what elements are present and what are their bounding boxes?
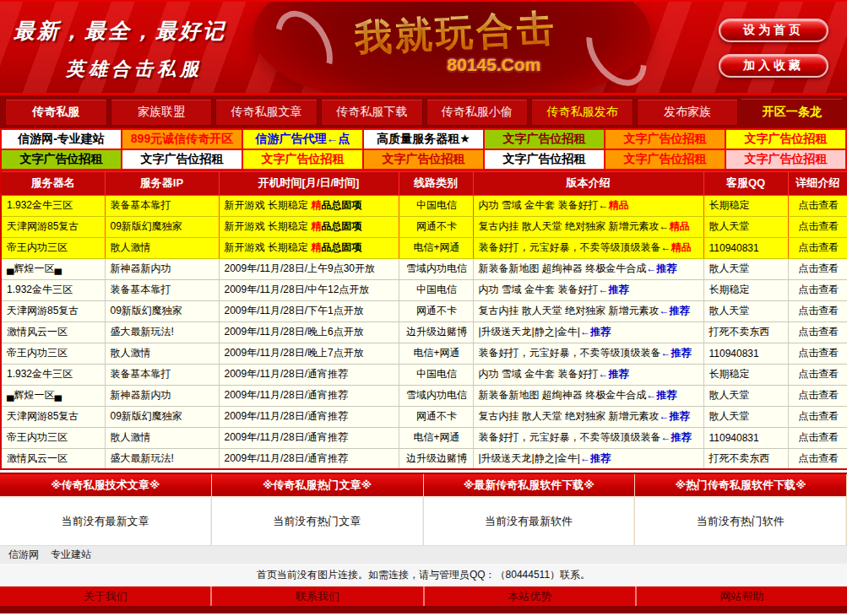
text-ad-link[interactable]: 文字广告位招租 xyxy=(242,149,363,170)
line-type-cell: 边升级边赌博 xyxy=(399,322,473,343)
nav-item[interactable]: 传奇私服发布 xyxy=(531,99,633,126)
detail-link[interactable]: 点击查看 xyxy=(788,258,847,279)
server-name-link[interactable]: 激情风云一区 xyxy=(1,448,105,469)
detail-link[interactable]: 点击查看 xyxy=(788,300,847,322)
banner-buttons: 设为首页 加入收藏 xyxy=(719,19,828,78)
nav-item[interactable]: 传奇私服 xyxy=(5,99,107,126)
bottom-strip xyxy=(0,606,847,613)
intro-badge[interactable]: 推荐 xyxy=(656,389,676,401)
detail-link[interactable]: 点击查看 xyxy=(788,322,847,343)
set-homepage-button[interactable]: 设为首页 xyxy=(719,19,828,42)
intro-badge[interactable]: 推荐 xyxy=(671,431,692,443)
intro-badge[interactable]: 精品 xyxy=(670,220,690,232)
add-favorites-button[interactable]: 加入收藏 xyxy=(719,54,828,78)
nav-item[interactable]: 传奇私服下载 xyxy=(321,99,423,126)
server-name-link[interactable]: 1.932金牛三区 xyxy=(1,364,105,385)
detail-link[interactable]: 点击查看 xyxy=(788,343,847,364)
server-name-link[interactable]: 帝王内功三区 xyxy=(1,237,105,258)
section-title: ※传奇私服热门文章※ xyxy=(212,474,423,498)
text-ad-link[interactable]: 文字广告位招租 xyxy=(725,149,846,170)
nav-item[interactable]: 开区一条龙 xyxy=(741,99,842,126)
footer-link[interactable]: 联系我们 xyxy=(212,586,424,606)
server-name-link[interactable]: 天津网游85复古 xyxy=(1,216,105,237)
detail-link[interactable]: 点击查看 xyxy=(788,279,847,300)
intro-badge[interactable]: 推荐 xyxy=(670,410,690,422)
nav-item[interactable]: 传奇私服小偷 xyxy=(426,99,529,126)
ads-row-2: 文字广告位招租文字广告位招租文字广告位招租文字广告位招租文字广告位招租文字广告位… xyxy=(1,149,846,170)
intro-text: 装备好打，元宝好暴，不卖等级顶级装备 xyxy=(479,347,661,359)
detail-link[interactable]: 点击查看 xyxy=(788,195,847,216)
site-logo: 我就玩合击 80145.Com xyxy=(329,8,583,75)
detail-link[interactable]: 点击查看 xyxy=(788,385,847,406)
server-row: 激情风云一区 盛大最新玩法! 2009年/11月/28日/晚上6点开放 边升级边… xyxy=(1,322,847,343)
arrow-icon: ← xyxy=(660,305,670,316)
footer-link[interactable]: 网站帮助 xyxy=(637,586,847,606)
builder-name-link[interactable]: 信游网 xyxy=(8,548,39,562)
intro-badge[interactable]: 推荐 xyxy=(656,262,676,274)
nav-item[interactable]: 发布家族 xyxy=(637,99,739,126)
server-name-link[interactable]: 1.932金牛三区 xyxy=(1,195,105,216)
server-name-link[interactable]: 激情风云一区 xyxy=(1,322,105,343)
detail-link[interactable]: 点击查看 xyxy=(788,448,847,469)
text-ad-link[interactable]: 文字广告位招租 xyxy=(484,129,605,149)
text-ad-link[interactable]: 文字广告位招租 xyxy=(122,149,242,170)
text-ad-link[interactable]: 文字广告位招租 xyxy=(605,129,725,149)
detail-link[interactable]: 点击查看 xyxy=(788,237,847,258)
open-time-text: 2009年/11月/28日/下午1点开放 xyxy=(225,305,364,316)
intro-badge[interactable]: 推荐 xyxy=(590,326,611,338)
text-ad-link[interactable]: 信游网-专业建站 xyxy=(1,129,122,149)
intro-badge[interactable]: 推荐 xyxy=(609,284,629,295)
footer-link[interactable]: 本站优势 xyxy=(425,586,637,606)
intro-badge[interactable]: 推荐 xyxy=(609,368,629,380)
open-time-text: 新开游戏 长期稳定 xyxy=(225,199,312,211)
server-name-link[interactable]: 天津网游85复古 xyxy=(1,300,105,322)
text-ad-link[interactable]: 文字广告位招租 xyxy=(363,149,484,170)
intro-badge[interactable]: 推荐 xyxy=(670,305,690,316)
text-ad-link[interactable]: 899元诚信传奇开区 xyxy=(122,129,242,149)
line-type-cell: 中国电信 xyxy=(399,364,473,385)
premium-char: 精 xyxy=(311,220,321,232)
server-ip-cell: 新神器新内功 xyxy=(105,258,219,279)
open-time-cell: 新开游戏 长期稳定 精品总固项 xyxy=(219,237,399,258)
intro-text: |升级送天龙|静之|金牛| xyxy=(479,326,580,338)
server-name-link[interactable]: 帝王内功三区 xyxy=(1,427,105,448)
detail-link[interactable]: 点击查看 xyxy=(788,427,847,448)
server-name-link[interactable]: ▄辉煌一区▄ xyxy=(1,385,105,406)
nav-item-label: 家族联盟 xyxy=(138,105,185,120)
intro-badge[interactable]: 推荐 xyxy=(671,347,692,359)
text-ad-link[interactable]: 高质量服务器租★ xyxy=(363,129,484,149)
intro-badge[interactable]: 精品 xyxy=(609,199,629,211)
sticky-label: 品总固项 xyxy=(321,220,361,232)
arrow-icon: ← xyxy=(580,452,590,464)
arrow-icon: ← xyxy=(646,389,656,401)
ads-row-1: 信游网-专业建站899元诚信传奇开区信游广告代理←点高质量服务器租★文字广告位招… xyxy=(1,129,846,149)
detail-link[interactable]: 点击查看 xyxy=(788,406,847,427)
text-ad-link[interactable]: 信游广告代理←点 xyxy=(242,129,363,149)
text-ad-link[interactable]: 文字广告位招租 xyxy=(1,149,122,170)
text-ad-link[interactable]: 文字广告位招租 xyxy=(484,149,605,170)
intro-badge[interactable]: 推荐 xyxy=(590,452,611,464)
text-ads-table: 信游网-专业建站899元诚信传奇开区信游广告代理←点高质量服务器租★文字广告位招… xyxy=(0,128,847,170)
server-row: ▄辉煌一区▄ 新神器新内功 2009年/11月/28日/上午9点30开放 雪域内… xyxy=(1,258,847,279)
detail-link[interactable]: 点击查看 xyxy=(788,216,847,237)
server-name-link[interactable]: 天津网游85复古 xyxy=(1,406,105,427)
col-header-open-time: 开机时间[月/日/时间] xyxy=(219,171,399,195)
nav-item[interactable]: 传奇私服文章 xyxy=(215,99,318,126)
open-time-text: 2009年/11月/28日/晚上7点开放 xyxy=(225,347,364,359)
builder-strip: 信游网 专业建站 xyxy=(0,545,847,564)
server-ip-cell: 盛大最新玩法! xyxy=(105,448,219,469)
footer-link[interactable]: 关于我们 xyxy=(0,586,212,606)
service-qq-cell: 长期稳定 xyxy=(703,279,788,300)
line-type-cell: 网通不卡 xyxy=(399,406,473,427)
server-name-link[interactable]: 1.932金牛三区 xyxy=(1,279,105,300)
server-name-link[interactable]: 帝王内功三区 xyxy=(1,343,105,364)
text-ad-link[interactable]: 文字广告位招租 xyxy=(605,149,725,170)
text-ad-link[interactable]: 文字广告位招租 xyxy=(725,129,846,149)
arrow-icon: ← xyxy=(661,431,671,443)
intro-badge[interactable]: 精品 xyxy=(671,241,692,253)
server-name-link[interactable]: ▄辉煌一区▄ xyxy=(1,258,105,279)
nav-item[interactable]: 家族联盟 xyxy=(111,99,213,126)
intro-text: |升级送天龙|静之|金牛| xyxy=(479,452,580,464)
service-qq-cell: 散人天堂 xyxy=(703,385,788,406)
detail-link[interactable]: 点击查看 xyxy=(788,364,847,385)
